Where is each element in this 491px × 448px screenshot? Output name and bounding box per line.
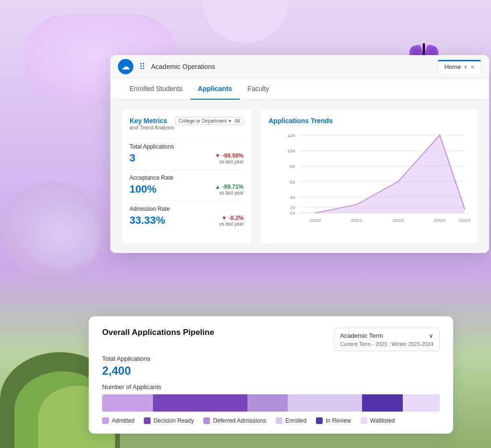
svg-text:4x: 4x [290,195,296,200]
bar-segment-waitlisted [403,394,440,412]
nav-tabs: Enrolled Students Applicants Faculty [110,78,489,100]
legend-color-swatch [361,417,367,424]
svg-text:12x: 12x [287,133,296,138]
svg-text:2023: 2023 [434,218,445,223]
svg-text:6x: 6x [290,179,296,184]
legend-color-swatch [203,417,210,424]
key-metrics-card: Key Metrics and Trend Analysis College o… [122,109,251,243]
academic-term-dropdown[interactable]: Academic Term ∨ Current Term - 2023 : Wi… [334,328,440,351]
total-applications-value: 2,400 [102,364,440,378]
legend-item-in-review: In Review [316,417,351,424]
legend-color-swatch [102,417,109,424]
legend-item-enrolled: Enrolled [276,417,306,424]
tab-faculty[interactable]: Faculty [240,78,277,99]
legend-color-swatch [276,417,282,424]
chevron-icon: ∨ [464,64,468,70]
content-area: Key Metrics and Trend Analysis College o… [110,100,489,253]
bg-half-circle [202,0,289,43]
app-window: ☁ ⠿ Academic Operations Home ∨ × Enrolle… [110,55,489,253]
bar-segment-admitted [102,394,153,412]
tab-enrolled-students[interactable]: Enrolled Students [122,78,190,99]
bar-segment-decision-ready [153,394,247,412]
trend-chart: 12x 10x 8x 6x 4x 2x 0x 2020 2021 2022 20… [283,130,470,224]
legend-item-decision-ready: Decision Ready [144,417,194,424]
bar-segment-in-review [362,394,402,412]
tab-applicants[interactable]: Applicants [190,78,240,99]
svg-text:2021: 2021 [351,218,362,223]
app-title: Academic Operations [151,63,215,70]
svg-text:0x: 0x [290,211,296,216]
total-applications-label: Total Applications [102,355,440,362]
metric-acceptance-rate: Acceptance Rate 100% ▲ -99.71% vs last y… [129,169,244,200]
pipeline-card: Overall Applications Pipeline Academic T… [89,316,453,434]
svg-marker-14 [315,135,465,213]
home-tab[interactable]: Home ∨ × [437,60,481,73]
legend-color-swatch [144,417,151,424]
tab-bar: ☁ ⠿ Academic Operations Home ∨ × [110,55,489,78]
salesforce-logo: ☁ [118,59,133,74]
legend-item-admitted: Admitted [102,417,134,424]
metrics-header: Key Metrics and Trend Analysis College o… [129,117,244,136]
close-icon[interactable]: × [470,63,474,70]
grid-icon: ⠿ [139,61,145,72]
pipeline-legend: AdmittedDecision ReadyDeferred Admission… [102,417,440,424]
svg-text:8x: 8x [290,164,296,169]
legend-color-swatch [316,417,323,424]
metrics-title: Key Metrics and Trend Analysis [129,117,174,136]
svg-text:2024: 2024 [459,218,470,223]
bar-segment-enrolled [288,394,362,412]
svg-text:2020: 2020 [309,218,321,223]
pipeline-title: Overall Applications Pipeline [102,328,214,337]
cloud-3 [24,201,101,268]
number-of-applicants-label: Number of Applicants [102,383,440,391]
bar-segment-deferred-admissions [247,394,288,412]
chart-area: 12x 10x 8x 6x 4x 2x 0x 2020 2021 2022 20… [269,130,470,236]
college-department-filter[interactable]: College or Department ▾ All [175,117,244,125]
svg-text:2x: 2x [290,205,296,209]
chevron-down-icon: ∨ [429,332,433,339]
active-tab-indicator [438,60,481,61]
pipeline-header: Overall Applications Pipeline Academic T… [102,328,440,351]
svg-text:10x: 10x [287,149,296,153]
pipeline-bar-chart [102,394,440,412]
applications-trends-card: Applications Trends 12x 10x 8x 6x [261,109,478,243]
legend-item-waitlisted: Waitlisted [361,417,395,424]
legend-item-deferred-admissions: Deferred Admissions [203,417,266,424]
metric-total-applications: Total Applications 3 ▼ -99.98% vs last y… [129,138,244,169]
metric-admission-rate: Admission Rate 33.33% ▼ -8.2% vs last ye… [129,200,244,231]
svg-text:2022: 2022 [392,218,404,223]
